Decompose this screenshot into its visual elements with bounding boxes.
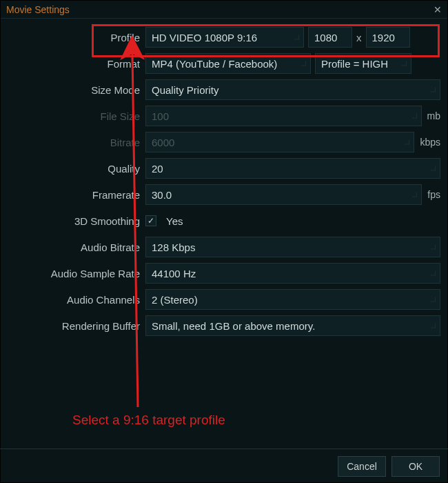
size-mode-select[interactable]: Quality Priority [145, 79, 440, 100]
label-size-mode: Size Mode [8, 84, 145, 96]
profile-level-select[interactable]: Profile = HIGH [315, 53, 411, 74]
settings-form: Profile HD VIDEO 1080P 9:16 1080 x 1920 … [1, 19, 447, 342]
label-bitrate: Bitrate [8, 137, 145, 148]
smoothing-checkbox[interactable]: ✓ [145, 215, 156, 226]
movie-settings-dialog: Movie Settings ✕ Profile HD VIDEO 1080P … [0, 0, 448, 483]
profile-select[interactable]: HD VIDEO 1080P 9:16 [145, 27, 304, 48]
row-audio-channels: Audio Channels 2 (Stereo) [8, 286, 440, 313]
label-audio-sample-rate: Audio Sample Rate [8, 268, 145, 279]
audio-bitrate-select[interactable]: 128 Kbps [145, 237, 440, 257]
close-icon[interactable]: ✕ [434, 4, 442, 15]
titlebar: Movie Settings ✕ [1, 1, 447, 19]
label-file-size: File Size [8, 110, 145, 122]
row-file-size: File Size 100 mb [8, 103, 440, 129]
dialog-footer: Cancel OK [0, 448, 448, 483]
smoothing-checkbox-label: Yes [166, 215, 183, 227]
label-smoothing: 3D Smoothing [8, 215, 145, 227]
label-rendering-buffer: Rendering Buffer [8, 320, 145, 332]
rendering-buffer-select[interactable]: Small, need 1GB or above memory. [145, 315, 440, 336]
row-bitrate: Bitrate 6000 kbps [8, 129, 440, 155]
label-quality: Quality [8, 163, 145, 175]
row-quality: Quality 20 [8, 155, 440, 181]
audio-channels-select[interactable]: 2 (Stereo) [145, 289, 440, 310]
audio-sample-rate-select[interactable]: 44100 Hz [145, 263, 440, 284]
cancel-button[interactable]: Cancel [338, 456, 386, 477]
file-size-input: 100 [145, 106, 422, 126]
window-title: Movie Settings [6, 4, 70, 15]
label-audio-bitrate: Audio Bitrate [8, 241, 145, 253]
framerate-select[interactable]: 30.0 [145, 184, 422, 205]
row-audio-sample-rate: Audio Sample Rate 44100 Hz [8, 260, 440, 286]
annotation-text: Select a 9:16 target profile [72, 413, 225, 428]
row-format: Format MP4 (YouTube / Facebook) Profile … [8, 50, 440, 77]
ok-button[interactable]: OK [391, 456, 440, 477]
row-rendering-buffer: Rendering Buffer Small, need 1GB or abov… [8, 313, 440, 339]
height-input[interactable]: 1920 [366, 27, 410, 48]
quality-select[interactable]: 20 [145, 158, 440, 179]
framerate-unit: fps [426, 189, 440, 200]
row-framerate: Framerate 30.0 fps [8, 181, 440, 208]
row-size-mode: Size Mode Quality Priority [8, 77, 440, 103]
label-profile: Profile [8, 32, 145, 43]
width-input[interactable]: 1080 [308, 27, 352, 48]
label-framerate: Framerate [8, 189, 145, 201]
dimension-separator: x [356, 32, 362, 43]
row-profile: Profile HD VIDEO 1080P 9:16 1080 x 1920 [8, 24, 440, 50]
label-format: Format [8, 58, 145, 70]
format-select[interactable]: MP4 (YouTube / Facebook) [145, 53, 311, 74]
bitrate-unit: kbps [418, 137, 440, 148]
file-size-unit: mb [426, 110, 440, 121]
row-smoothing: 3D Smoothing ✓ Yes [8, 208, 440, 234]
label-audio-channels: Audio Channels [8, 294, 145, 306]
row-audio-bitrate: Audio Bitrate 128 Kbps [8, 234, 440, 260]
bitrate-input: 6000 [145, 132, 414, 152]
